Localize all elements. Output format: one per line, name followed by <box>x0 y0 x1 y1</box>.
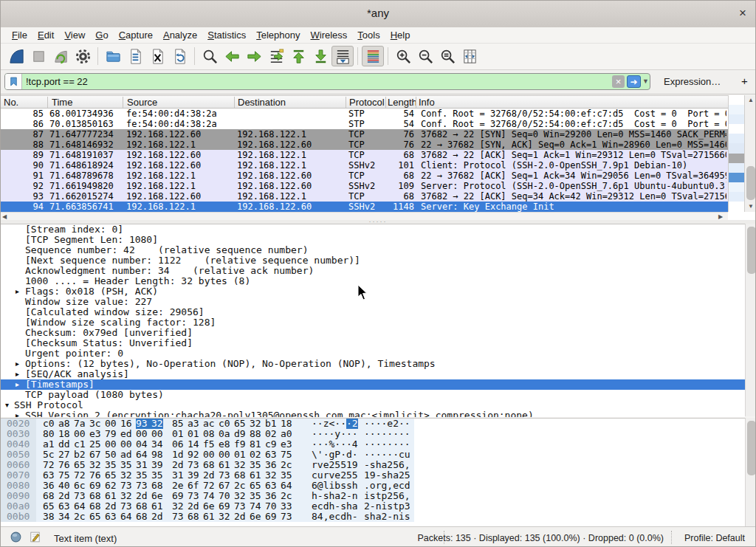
hex-byte[interactable]: 63 <box>58 501 70 512</box>
collapsed-arrow-icon[interactable]: ▸ <box>16 369 19 379</box>
hex-byte[interactable]: 68 <box>234 470 246 481</box>
hex-byte[interactable]: a8 <box>58 419 70 429</box>
hex-byte[interactable]: 00 <box>105 439 117 450</box>
hex-byte[interactable]: 31 <box>172 470 184 481</box>
reload-file-button[interactable] <box>168 46 190 66</box>
hex-byte[interactable]: 3c <box>89 419 101 429</box>
collapsed-arrow-icon[interactable]: ▸ <box>16 286 19 297</box>
go-first-button[interactable] <box>287 46 309 66</box>
hex-byte[interactable]: 2d <box>58 491 70 501</box>
column-separator[interactable] <box>416 97 416 108</box>
menu-capture[interactable]: Capture <box>114 27 158 41</box>
hex-byte[interactable]: 68 <box>151 481 163 491</box>
hex-byte[interactable]: 6e <box>250 512 261 522</box>
hex-byte[interactable]: 62 <box>105 481 117 491</box>
hex-byte[interactable]: 73 <box>120 481 132 491</box>
hex-byte[interactable]: 69 <box>172 491 184 501</box>
add-filter-button[interactable]: + <box>741 75 748 87</box>
hex-byte[interactable]: 93 <box>136 419 151 429</box>
hex-byte[interactable]: 6e <box>151 491 163 501</box>
colorize-button[interactable] <box>362 46 384 66</box>
hex-byte[interactable]: b1 <box>265 419 277 429</box>
detail-line[interactable]: Urgent pointer: 0 <box>1 348 745 359</box>
hex-byte[interactable]: 18 <box>281 419 292 429</box>
detail-line[interactable]: [Stream index: 0] <box>1 224 745 235</box>
hex-byte[interactable]: 67 <box>219 481 230 491</box>
packet-row-90[interactable]: 9071.648618924192.168.122.60192.168.122.… <box>1 160 728 171</box>
hex-byte[interactable]: 73 <box>74 491 86 501</box>
hex-byte[interactable]: 39 <box>151 460 163 470</box>
packet-list-minimap[interactable] <box>728 95 744 212</box>
hex-byte[interactable]: 35 <box>281 470 292 481</box>
ascii-group[interactable]: .org,ecd <box>364 481 410 491</box>
hex-byte[interactable]: e8 <box>219 439 230 450</box>
detail-line[interactable]: ▸SSH Version 2 (encryption:chacha20-poly… <box>1 410 745 417</box>
hex-byte[interactable]: 61 <box>203 512 215 522</box>
hex-byte[interactable]: 61 <box>219 460 230 470</box>
menu-view[interactable]: View <box>59 27 90 41</box>
hex-byte[interactable]: 00 <box>105 419 117 429</box>
hex-byte[interactable]: 6e <box>203 501 215 512</box>
bytes-vscrollbar[interactable] <box>745 418 756 526</box>
ascii-group[interactable]: ······cu <box>364 450 410 460</box>
detail-line[interactable]: [Checksum Status: Unverified] <box>1 338 745 348</box>
hex-byte[interactable]: c0 <box>43 419 55 429</box>
hex-byte[interactable]: 32 <box>151 419 163 429</box>
hex-byte[interactable]: 00 <box>136 429 148 439</box>
hex-byte[interactable]: 04 <box>136 439 148 450</box>
hex-byte[interactable]: 88 <box>250 429 261 439</box>
hex-byte[interactable]: 32 <box>234 460 246 470</box>
expert-info-icon[interactable] <box>10 531 22 546</box>
menu-wireless[interactable]: Wireless <box>306 27 353 41</box>
detail-vscrollbar[interactable] <box>745 224 756 416</box>
packet-list-hscrollbar[interactable]: ◀ ▶ <box>1 212 728 220</box>
scrollbar-thumb[interactable] <box>746 166 755 200</box>
hex-row-0080[interactable]: 008036406c69627373682e6f72672c6563646@li… <box>1 481 414 491</box>
menu-help[interactable]: Help <box>385 27 416 41</box>
hex-byte[interactable]: 65 <box>105 470 117 481</box>
hex-byte[interactable]: 64 <box>136 450 148 460</box>
filter-bookmark-icon[interactable] <box>5 74 22 89</box>
hex-byte[interactable]: 63 <box>265 481 277 491</box>
clear-filter-button[interactable]: × <box>612 75 625 88</box>
hex-byte[interactable]: 14 <box>188 439 199 450</box>
hex-byte[interactable]: 32 <box>250 419 261 429</box>
hex-byte[interactable]: 00 <box>151 429 163 439</box>
hex-byte[interactable]: 16 <box>120 419 132 429</box>
scroll-left-icon[interactable]: ◀ <box>2 213 7 220</box>
hex-byte[interactable]: 61 <box>151 501 163 512</box>
hex-byte[interactable]: ac <box>203 419 215 429</box>
hex-row-00b0[interactable]: 00b038342c656364682d736861322d6e697384,e… <box>1 512 414 522</box>
packet-row-88[interactable]: 8871.648146932192.168.122.1192.168.122.6… <box>1 140 728 150</box>
ascii-group[interactable]: ········ <box>364 439 410 450</box>
close-icon[interactable]: × <box>739 6 746 21</box>
hex-byte[interactable]: 70 <box>265 501 277 512</box>
hex-byte[interactable]: 35 <box>250 491 261 501</box>
hex-row-0020[interactable]: 0020c0a87a3c0016933285a3acc06532b118··z<… <box>1 419 414 429</box>
hex-byte[interactable]: 63 <box>265 450 277 460</box>
menu-telephony[interactable]: Telephony <box>251 27 305 41</box>
close-file-button[interactable] <box>146 46 168 66</box>
detail-line[interactable]: [Next sequence number: 1122 (relative se… <box>1 255 745 266</box>
hex-byte[interactable]: 2d <box>172 460 184 470</box>
ascii-group[interactable]: ········ <box>364 429 410 439</box>
display-filter-input[interactable]: !tcp.port == 22 × ➜ ▼ <box>4 73 650 90</box>
ascii-group[interactable]: 19-sha25 <box>364 470 410 481</box>
hex-row-00a0[interactable]: 00a0656364682d736861322d6e6973747033ecdh… <box>1 501 414 512</box>
ascii-group[interactable]: -sha256, <box>364 460 410 470</box>
hex-byte[interactable]: d9 <box>234 429 246 439</box>
hex-byte[interactable]: 80 <box>43 429 55 439</box>
detail-line[interactable]: Sequence number: 42 (relative sequence n… <box>1 245 745 255</box>
hex-byte[interactable]: 68 <box>136 501 148 512</box>
hex-byte[interactable]: 65 <box>250 481 261 491</box>
packet-row-91[interactable]: 9171.648789678192.168.122.1192.168.122.6… <box>1 171 728 181</box>
hex-byte[interactable]: f9 <box>234 439 246 450</box>
detail-line[interactable]: Acknowledgment number: 34 (relative ack … <box>1 266 745 276</box>
ascii-group[interactable]: ecdh-sha <box>312 501 358 512</box>
hex-byte[interactable]: 00 <box>203 450 215 460</box>
hex-row-0070[interactable]: 0070637572766532353531392d7368613235curv… <box>1 470 414 481</box>
hex-byte[interactable]: 81 <box>250 439 261 450</box>
hex-byte[interactable]: 63 <box>105 512 117 522</box>
hex-byte[interactable]: e3 <box>89 429 101 439</box>
stop-capture-button[interactable] <box>27 46 49 66</box>
